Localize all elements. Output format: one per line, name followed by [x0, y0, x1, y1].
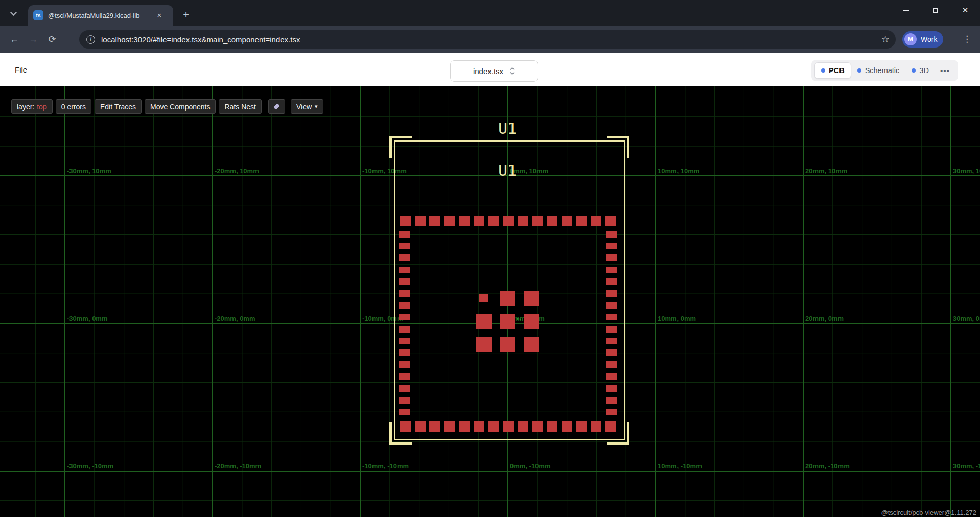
pcb-pad[interactable] — [606, 254, 617, 261]
pcb-pad[interactable] — [606, 326, 617, 333]
pcb-pad[interactable] — [518, 421, 528, 432]
tab-3d[interactable]: 3D — [905, 63, 935, 78]
pcb-pad[interactable] — [524, 314, 539, 329]
pcb-pad[interactable] — [591, 421, 601, 432]
pcb-pad[interactable] — [399, 349, 410, 356]
pcb-pad[interactable] — [606, 409, 617, 415]
pcb-pad[interactable] — [576, 421, 587, 432]
pcb-pad[interactable] — [429, 421, 440, 432]
pcb-pad[interactable] — [518, 216, 528, 226]
pcb-pad[interactable] — [476, 314, 492, 329]
pcb-pad[interactable] — [399, 397, 410, 404]
pcb-pad[interactable] — [399, 254, 410, 261]
pcb-pad[interactable] — [399, 314, 410, 320]
tab-close-icon[interactable]: × — [155, 11, 164, 20]
pcb-pad[interactable] — [474, 421, 484, 432]
pcb-pad[interactable] — [415, 216, 426, 226]
pcb-pad[interactable] — [562, 421, 572, 432]
pcb-pad[interactable] — [444, 216, 455, 226]
pcb-pad[interactable] — [459, 421, 470, 432]
pcb-pad[interactable] — [547, 421, 557, 432]
pcb-pad[interactable] — [415, 421, 426, 432]
back-button[interactable]: ← — [7, 32, 21, 46]
tab-pcb[interactable]: PCB — [814, 62, 851, 79]
pcb-pad[interactable] — [532, 216, 543, 226]
pcb-pad[interactable] — [476, 337, 492, 352]
pcb-pad[interactable] — [474, 216, 484, 226]
pcb-canvas[interactable]: layer: top 0 errors Edit Traces Move Com… — [0, 86, 980, 517]
pcb-pad[interactable] — [606, 349, 617, 356]
layer-button[interactable]: layer: top — [11, 99, 53, 114]
move-components-button[interactable]: Move Components — [145, 99, 216, 114]
site-info-icon[interactable]: i — [86, 35, 95, 44]
pcb-pad[interactable] — [606, 314, 617, 320]
pcb-pad[interactable] — [429, 216, 440, 226]
pcb-pad[interactable] — [606, 385, 617, 392]
file-selector-dropdown[interactable]: index.tsx — [450, 60, 538, 82]
window-close-button[interactable]: ✕ — [950, 0, 980, 20]
window-restore-button[interactable] — [921, 0, 950, 20]
pcb-pad[interactable] — [606, 361, 617, 368]
pcb-pad[interactable] — [547, 216, 557, 226]
browser-menu-icon[interactable]: ⋮ — [963, 34, 971, 44]
tab-search-button[interactable] — [6, 6, 20, 20]
pcb-pad[interactable] — [606, 278, 617, 285]
pcb-pad[interactable] — [591, 216, 601, 226]
pcb-pad[interactable] — [399, 302, 410, 309]
pcb-pad[interactable] — [399, 361, 410, 368]
pcb-pad[interactable] — [399, 267, 410, 273]
pcb-pad[interactable] — [399, 243, 410, 249]
pcb-pad[interactable] — [399, 326, 410, 333]
browser-tab[interactable]: ts @tsci/MustafaMulla29.kicad-lib × — [28, 5, 173, 26]
pcb-pad[interactable] — [524, 337, 539, 352]
pcb-pad[interactable] — [606, 338, 617, 344]
pcb-pad[interactable] — [444, 421, 455, 432]
edit-pencil-button[interactable] — [268, 99, 285, 114]
pcb-pad[interactable] — [606, 302, 617, 309]
pcb-pad[interactable] — [606, 397, 617, 404]
pcb-pad[interactable] — [399, 338, 410, 344]
pcb-pad[interactable] — [606, 290, 617, 297]
pcb-pad[interactable] — [399, 373, 410, 380]
pcb-pad[interactable] — [500, 291, 515, 306]
pcb-pad[interactable] — [562, 216, 572, 226]
tab-schematic[interactable]: Schematic — [851, 63, 906, 78]
pcb-pad[interactable] — [524, 291, 539, 306]
profile-chip[interactable]: M Work — [902, 31, 943, 48]
pcb-pad[interactable] — [399, 385, 410, 392]
pcb-pad[interactable] — [500, 337, 515, 352]
rats-nest-button[interactable]: Rats Nest — [219, 99, 261, 114]
pcb-pad[interactable] — [399, 409, 410, 415]
edit-traces-button[interactable]: Edit Traces — [95, 99, 142, 114]
forward-button[interactable]: → — [26, 32, 40, 46]
new-tab-button[interactable]: + — [179, 8, 193, 22]
pcb-pad[interactable] — [606, 231, 617, 238]
pcb-pad[interactable] — [399, 290, 410, 297]
pcb-pad[interactable] — [576, 216, 587, 226]
pcb-pad[interactable] — [532, 421, 543, 432]
pcb-pad[interactable] — [488, 421, 499, 432]
pcb-pad[interactable] — [606, 267, 617, 273]
pcb-pad[interactable] — [606, 243, 617, 249]
address-bar[interactable]: i localhost:3020/#file=index.tsx&main_co… — [79, 30, 896, 49]
pcb-pad[interactable] — [500, 314, 515, 329]
pcb-pad[interactable] — [606, 373, 617, 380]
pcb-pad[interactable] — [459, 216, 470, 226]
pcb-pad[interactable] — [479, 294, 488, 302]
file-menu[interactable]: File — [14, 63, 28, 76]
pcb-pad[interactable] — [488, 216, 499, 226]
window-minimize-button[interactable] — [891, 0, 921, 20]
bookmark-star-icon[interactable]: ☆ — [881, 34, 890, 45]
pcb-pad[interactable] — [400, 421, 411, 432]
errors-button[interactable]: 0 errors — [56, 99, 91, 114]
pcb-pad[interactable] — [503, 421, 514, 432]
pcb-pad[interactable] — [399, 278, 410, 285]
pcb-pad[interactable] — [605, 216, 616, 226]
reload-button[interactable]: ⟳ — [45, 32, 59, 46]
pcb-pad[interactable] — [399, 231, 410, 238]
view-dropdown-button[interactable]: View ▾ — [291, 99, 323, 114]
pcb-pad[interactable] — [400, 216, 411, 226]
view-tabs-overflow-button[interactable]: ••• — [935, 63, 955, 78]
pcb-pad[interactable] — [605, 421, 616, 432]
pcb-pad[interactable] — [503, 216, 514, 226]
